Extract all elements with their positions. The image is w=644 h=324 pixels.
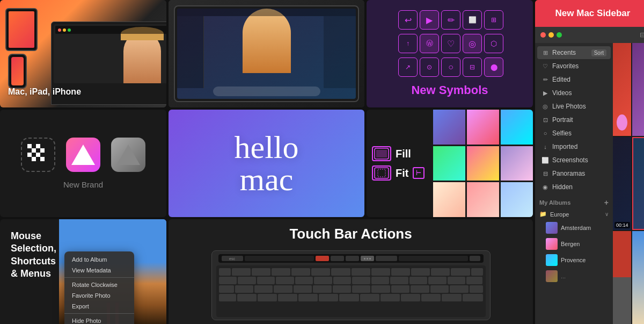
key-u[interactable] xyxy=(352,285,370,293)
context-export[interactable]: Export xyxy=(64,301,134,312)
sidebar-item-recents[interactable]: ⊞ Recents Sort xyxy=(537,46,611,59)
key-return[interactable] xyxy=(463,294,483,301)
key-w[interactable] xyxy=(254,285,273,293)
key-semicolon[interactable] xyxy=(421,294,441,301)
tb-btn-3[interactable] xyxy=(361,256,374,261)
key-h[interactable] xyxy=(339,294,358,301)
key-f8[interactable] xyxy=(371,268,390,276)
context-hide[interactable]: Hide Photo xyxy=(64,315,134,324)
key-f6[interactable] xyxy=(331,268,350,276)
tb-siri[interactable] xyxy=(470,256,480,261)
key-t[interactable] xyxy=(313,285,331,293)
key-j[interactable] xyxy=(360,294,379,301)
sidebar-item-portrait[interactable]: ⊡ Portrait xyxy=(537,113,611,126)
key-caps[interactable] xyxy=(219,294,236,301)
key-minus[interactable] xyxy=(428,277,447,284)
context-view-metadata[interactable]: View Metadata xyxy=(64,265,134,276)
key-i[interactable] xyxy=(371,285,390,293)
window-close-btn[interactable] xyxy=(540,32,546,38)
sidebar-item-imported[interactable]: ↓ Imported xyxy=(537,140,611,153)
context-add-album[interactable]: Add to Album xyxy=(64,254,134,265)
key-5[interactable] xyxy=(314,277,332,284)
tb-esc[interactable]: esc xyxy=(222,256,243,261)
album-fourth[interactable]: ... xyxy=(535,268,613,284)
key-d[interactable] xyxy=(278,294,297,301)
context-favorite[interactable]: Favorite Photo xyxy=(64,290,134,301)
photo-purple xyxy=(632,43,644,136)
album-europe[interactable]: 📁 Europe ∨ xyxy=(535,208,613,220)
key-f[interactable] xyxy=(298,294,318,301)
key-rbracket[interactable] xyxy=(450,285,468,293)
key-9[interactable] xyxy=(390,277,408,284)
key-p[interactable] xyxy=(411,285,429,293)
tb-btn-4[interactable] xyxy=(376,256,397,261)
cell-sidebar: New Mac Sidebar ⊟ ⊞ Recents Sort xyxy=(535,0,644,324)
cell-mouse-selection: Mouse Selection, Shortcuts & Menus xyxy=(0,219,166,324)
sidebar-item-live-photos[interactable]: ◎ Live Photos xyxy=(537,100,611,113)
key-tab[interactable] xyxy=(219,285,234,293)
key-eq[interactable] xyxy=(448,277,466,284)
key-del[interactable] xyxy=(471,268,483,276)
key-s[interactable] xyxy=(258,294,277,301)
sidebar-item-hidden[interactable]: ◉ Hidden xyxy=(537,181,611,193)
key-f2[interactable] xyxy=(252,268,270,276)
key-quote[interactable] xyxy=(442,294,461,301)
album-provence[interactable]: Provence xyxy=(535,252,613,268)
key-e[interactable] xyxy=(274,285,292,293)
sidebar-item-videos[interactable]: ▶ Videos xyxy=(537,87,611,99)
key-f7[interactable] xyxy=(352,268,370,276)
key-6[interactable] xyxy=(333,277,352,284)
key-o[interactable] xyxy=(391,285,409,293)
context-rotate[interactable]: Rotate Clockwise xyxy=(64,279,134,290)
bergen-label: Bergen xyxy=(561,241,580,247)
key-7[interactable] xyxy=(352,277,370,284)
album-amsterdam[interactable]: Amsterdam xyxy=(535,220,613,236)
sidebar-item-selfies[interactable]: ○ Selfies xyxy=(537,127,611,140)
key-backspace[interactable] xyxy=(466,277,482,284)
symbol-15: ⬤ xyxy=(484,57,503,77)
tb-btn-red[interactable] xyxy=(316,256,329,261)
key-2[interactable] xyxy=(257,277,275,284)
album-bergen[interactable]: Bergen xyxy=(535,236,613,252)
key-3[interactable] xyxy=(276,277,294,284)
key-backslash[interactable] xyxy=(470,285,483,293)
key-f5[interactable] xyxy=(311,268,330,276)
keyboard xyxy=(216,265,486,317)
sidebar-photos: 00:14 xyxy=(613,43,644,324)
window-minimize-btn[interactable] xyxy=(548,32,554,38)
key-f9[interactable] xyxy=(391,268,410,276)
window-maximize-btn[interactable] xyxy=(557,32,562,38)
key-f1[interactable] xyxy=(232,268,251,276)
tb-btn-2[interactable] xyxy=(346,256,359,261)
sidebar-item-screenshots[interactable]: ⬜ Screenshots xyxy=(537,154,611,167)
key-y[interactable] xyxy=(333,285,351,293)
main-grid: Mac, iPad, iPhone ↩ ▶ ✏ ⬜ xyxy=(0,0,644,324)
key-f12[interactable] xyxy=(451,268,470,276)
key-g[interactable] xyxy=(319,294,338,301)
key-f10[interactable] xyxy=(411,268,430,276)
tb-btn-1[interactable] xyxy=(331,256,344,261)
key-1[interactable] xyxy=(238,277,256,284)
key-4[interactable] xyxy=(295,277,313,284)
context-divider-1 xyxy=(64,277,134,278)
key-k[interactable] xyxy=(380,294,400,301)
key-f11[interactable] xyxy=(431,268,450,276)
mouse-line1: Mouse xyxy=(11,230,56,242)
add-album-icon[interactable]: + xyxy=(604,198,609,207)
symbol-13: ○ xyxy=(441,57,460,77)
key-lbracket[interactable] xyxy=(430,285,449,293)
key-q[interactable] xyxy=(235,285,253,293)
key-l[interactable] xyxy=(401,294,420,301)
sidebar-item-panoramas[interactable]: ⊟ Panoramas xyxy=(537,167,611,180)
sidebar-item-edited[interactable]: ✏ Edited xyxy=(537,73,611,86)
key-f3[interactable] xyxy=(272,268,290,276)
sort-button[interactable]: Sort xyxy=(591,49,606,56)
key-esc[interactable] xyxy=(219,268,231,276)
key-r[interactable] xyxy=(294,285,312,293)
key-0[interactable] xyxy=(409,277,428,284)
key-backtick[interactable] xyxy=(219,277,237,284)
key-8[interactable] xyxy=(371,277,390,284)
key-f4[interactable] xyxy=(291,268,310,276)
sidebar-item-favorites[interactable]: ♡ Favorites xyxy=(537,60,611,73)
key-a[interactable] xyxy=(237,294,257,301)
